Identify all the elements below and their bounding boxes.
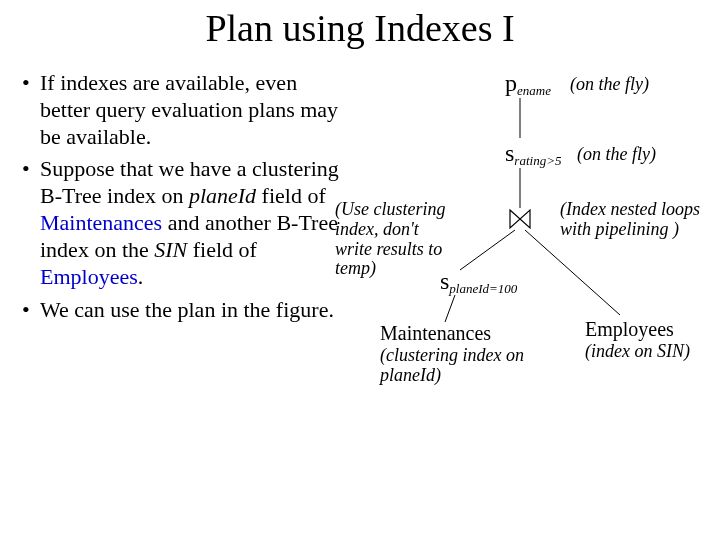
bullet-2-end: . <box>138 264 144 289</box>
selection-planeid-op: splaneId=100 <box>440 268 517 297</box>
bullet-1-text: If indexes are available, even better qu… <box>40 70 338 149</box>
sigma2-symbol: s <box>440 268 449 294</box>
bullet-1: If indexes are available, even better qu… <box>22 70 342 150</box>
bullet-2-maintenances: Maintenances <box>40 210 162 235</box>
bullet-2-sin: SIN <box>154 237 187 262</box>
plan-tree: pename (on the fly) srating>5 (on the fl… <box>345 60 715 460</box>
slide: Plan using Indexes I If indexes are avai… <box>0 0 720 540</box>
pi-symbol: p <box>505 70 517 96</box>
maintenances-annotation: (clustering index on planeId) <box>380 346 540 386</box>
pi-subscript: ename <box>517 83 551 98</box>
svg-line-2 <box>460 230 515 270</box>
selection-rating-op: srating>5 <box>505 140 561 169</box>
bullet-2-mid1: field of <box>256 183 326 208</box>
employees-annotation: (index on SIN) <box>585 342 695 362</box>
projection-annotation: (on the fly) <box>570 74 649 95</box>
slide-title: Plan using Indexes I <box>0 6 720 50</box>
selection-rating-annotation: (on the fly) <box>577 144 656 165</box>
sigma1-subscript: rating>5 <box>514 153 561 168</box>
join-right-annotation: (Index nested loops with pipelining ) <box>560 200 710 240</box>
sigma2-subscript: planeId=100 <box>449 281 517 296</box>
svg-line-3 <box>525 230 620 315</box>
bullet-3: We can use the plan in the figure. <box>22 297 342 324</box>
bullet-2-planeid: planeId <box>189 183 256 208</box>
maintenances-relation: Maintenances <box>380 322 491 345</box>
bullet-list: If indexes are available, even better qu… <box>22 70 342 329</box>
projection-op: pename <box>505 70 551 99</box>
bullet-2-mid3: field of <box>187 237 257 262</box>
employees-relation: Employees <box>585 318 674 341</box>
bullet-3-text: We can use the plan in the figure. <box>40 297 334 322</box>
bullet-2-employees: Employees <box>40 264 138 289</box>
join-left-annotation: (Use clustering index, don't write resul… <box>335 200 450 279</box>
svg-line-4 <box>445 295 455 322</box>
sigma1-symbol: s <box>505 140 514 166</box>
bullet-2: Suppose that we have a clustering B-Tree… <box>22 156 342 290</box>
